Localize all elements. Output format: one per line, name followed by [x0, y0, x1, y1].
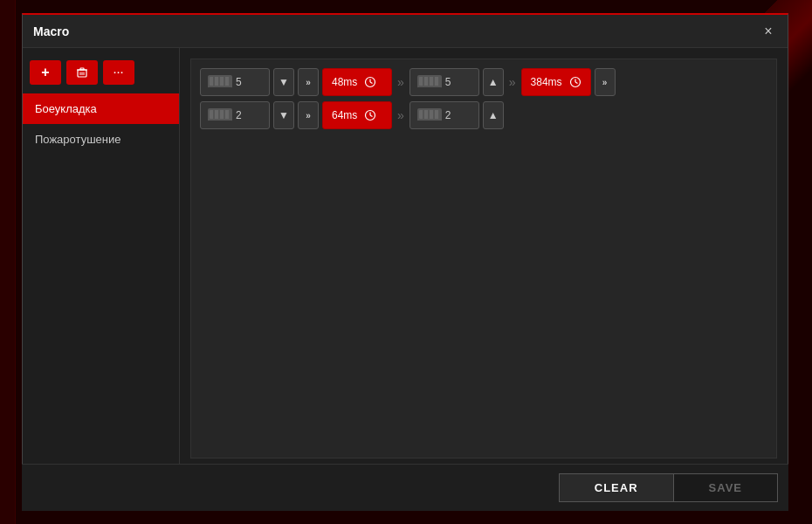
sidebar-item-boeukladka[interactable]: Боеукладка [23, 93, 179, 124]
add-macro-button[interactable]: + [30, 60, 61, 85]
save-button[interactable]: SAVE [673, 473, 778, 502]
table-row: 5 ▼ » 48ms » [200, 68, 767, 96]
arrow-up-btn-1[interactable]: ▲ [483, 68, 504, 96]
keyboard-icon-2 [417, 75, 442, 89]
sidebar-toolbar: + ··· [23, 55, 179, 93]
svg-line-8 [370, 82, 373, 84]
arrow-up-btn-2[interactable]: ▲ [483, 101, 504, 129]
modal-header: Macro × [23, 15, 788, 48]
keyboard-icon [208, 75, 232, 89]
key-up-cell-1: 5 [409, 68, 479, 96]
table-row: 2 ▼ » 64ms » 2 [200, 101, 767, 129]
chevron-right-btn-2[interactable]: » [298, 101, 319, 129]
macro-modal: Macro × + ··· [22, 13, 788, 509]
separator-3: » [396, 108, 406, 122]
key-up-cell-2: 2 [409, 101, 479, 129]
key-down-cell-2: 2 [200, 101, 270, 129]
close-button[interactable]: × [760, 23, 777, 40]
time-cell-1: 48ms [322, 68, 392, 96]
delete-macro-button[interactable] [66, 60, 98, 85]
content-area: 5 ▼ » 48ms » [180, 48, 788, 508]
keyboard-icon-3 [208, 108, 232, 122]
modal-footer: CLEAR SAVE [22, 464, 788, 511]
arrow-down-btn-1[interactable]: ▼ [273, 68, 294, 96]
svg-line-11 [575, 82, 578, 84]
chevron-right-btn-1[interactable]: » [298, 68, 319, 96]
sidebar: + ··· Боеукладка [23, 48, 180, 508]
time-cell-2: 64ms [322, 101, 392, 129]
modal-body: + ··· Боеукладка [23, 48, 788, 508]
key-down-cell-1: 5 [200, 68, 270, 96]
clear-button[interactable]: CLEAR [559, 473, 673, 502]
arrow-down-btn-2[interactable]: ▼ [273, 101, 294, 129]
separator-2: » [507, 75, 518, 89]
more-options-button[interactable]: ··· [103, 60, 134, 85]
keyboard-icon-4 [417, 108, 442, 122]
svg-line-14 [370, 115, 373, 117]
sidebar-item-pozharotushenie[interactable]: Пожаротушение [23, 124, 179, 155]
chevron-right-extra-1[interactable]: » [595, 68, 616, 96]
modal-title: Macro [33, 24, 69, 38]
macro-editor: 5 ▼ » 48ms » [190, 59, 777, 458]
extra-time-cell-1: 384ms [521, 68, 591, 96]
separator-1: » [396, 75, 406, 89]
